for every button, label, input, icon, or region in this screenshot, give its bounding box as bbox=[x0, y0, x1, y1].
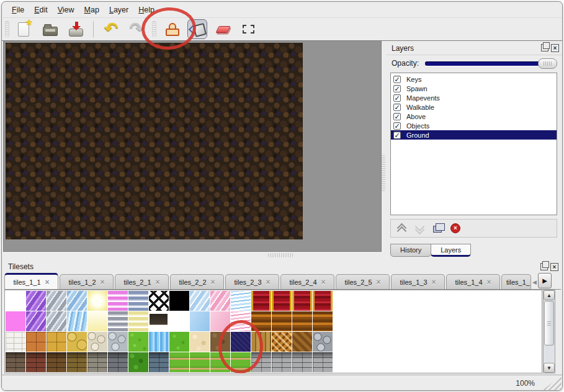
palette-tile-glass-gray[interactable] bbox=[47, 291, 66, 311]
close-tab-icon[interactable]: × bbox=[432, 278, 436, 287]
palette-tile-grass-flowers[interactable] bbox=[190, 352, 210, 372]
redo-button[interactable] bbox=[127, 19, 146, 39]
tileset-tab-tiles_2_5[interactable]: tiles_2_5× bbox=[336, 274, 390, 289]
layer-visibility-checkbox[interactable] bbox=[393, 131, 401, 139]
layer-visibility-checkbox[interactable] bbox=[393, 104, 401, 111]
palette-tile-ribbon-pink[interactable] bbox=[231, 311, 251, 331]
menu-layer[interactable]: Layer bbox=[104, 4, 133, 16]
palette-tile-tiles-gold[interactable] bbox=[47, 332, 66, 352]
tileset-tab-tiles_1_3[interactable]: tiles_1_3× bbox=[391, 274, 445, 289]
scroll-up-icon[interactable]: ▲ bbox=[544, 290, 555, 300]
palette-tile-water-blue[interactable] bbox=[149, 332, 169, 352]
select-tool-button[interactable] bbox=[238, 19, 258, 39]
close-panel-icon[interactable] bbox=[550, 263, 558, 271]
palette-tile-sand[interactable] bbox=[190, 332, 210, 352]
toolbar-grip[interactable] bbox=[152, 21, 156, 37]
palette-tile-stone-white[interactable] bbox=[6, 332, 25, 352]
open-map-button[interactable] bbox=[40, 19, 60, 39]
tileset-tab-tiles_2_2[interactable]: tiles_2_2× bbox=[170, 274, 224, 289]
palette-tile-brick-gray[interactable] bbox=[313, 352, 333, 372]
palette-tile-stripes-pink[interactable] bbox=[108, 291, 128, 311]
save-map-button[interactable] bbox=[66, 19, 86, 39]
close-tab-icon[interactable]: × bbox=[266, 278, 271, 287]
fill-tool-button[interactable] bbox=[187, 19, 207, 39]
palette-tile-blank[interactable] bbox=[6, 291, 25, 311]
palette-tile-glass-pink[interactable] bbox=[210, 291, 230, 311]
close-tab-icon[interactable]: × bbox=[487, 278, 491, 287]
palette-tile-lattice[interactable] bbox=[149, 291, 169, 311]
map-canvas[interactable] bbox=[6, 43, 303, 239]
palette-tile-curtain-red[interactable] bbox=[251, 291, 271, 311]
palette-tile-hedge[interactable] bbox=[128, 352, 148, 372]
palette-tile-stripes-orange[interactable] bbox=[251, 311, 271, 331]
tileset-tab-tiles_2_4[interactable]: tiles_2_4× bbox=[280, 274, 334, 289]
palette-tile-curtain-red[interactable] bbox=[313, 291, 333, 311]
palette-tile-curtain-red[interactable] bbox=[272, 291, 292, 311]
palette-tile-stripes-gray[interactable] bbox=[108, 311, 128, 331]
vertical-splitter-grip[interactable] bbox=[382, 155, 385, 191]
close-tab-icon[interactable]: × bbox=[377, 278, 381, 287]
palette-tile-wall-gold[interactable] bbox=[67, 352, 87, 372]
layer-row-walkable[interactable]: Walkable bbox=[391, 102, 557, 112]
layer-row-objects[interactable]: Objects bbox=[391, 121, 557, 130]
palette-tile-wall-red[interactable] bbox=[26, 352, 46, 372]
float-panel-icon[interactable] bbox=[540, 263, 548, 270]
palette-tile-grass-flowers[interactable] bbox=[231, 352, 251, 372]
palette-tile-pink[interactable] bbox=[6, 311, 25, 331]
palette-tile-stripes-orange[interactable] bbox=[313, 311, 333, 331]
palette-tile-curtain-red[interactable] bbox=[292, 291, 312, 311]
close-tab-icon[interactable]: × bbox=[211, 278, 215, 287]
palette-tile-glass-purple[interactable] bbox=[26, 291, 46, 311]
palette-tile-blank[interactable] bbox=[169, 311, 189, 331]
layer-row-ground[interactable]: Ground bbox=[391, 130, 557, 140]
map-viewport[interactable] bbox=[3, 40, 382, 252]
palette-tile-glow-yellow[interactable] bbox=[87, 291, 107, 311]
opacity-slider-track[interactable] bbox=[425, 61, 556, 66]
close-tab-icon[interactable]: × bbox=[101, 278, 105, 287]
tab-history[interactable]: History bbox=[390, 244, 431, 257]
float-panel-icon[interactable] bbox=[541, 44, 548, 51]
palette-tile-wall-brown2[interactable] bbox=[47, 352, 66, 372]
palette-tile-glass-blue[interactable] bbox=[67, 291, 87, 311]
palette-tile-wall-cobble[interactable] bbox=[87, 352, 107, 372]
palette-tile-stripes-orange[interactable] bbox=[272, 311, 292, 331]
opacity-slider[interactable] bbox=[425, 58, 557, 69]
layer-row-above[interactable]: Above bbox=[391, 112, 557, 121]
palette-tile-ribbon-blue[interactable] bbox=[231, 291, 251, 311]
scroll-left-icon[interactable]: ◀ bbox=[531, 277, 538, 287]
layer-visibility-checkbox[interactable] bbox=[393, 94, 401, 102]
palette-tile-water-ribbon[interactable] bbox=[67, 311, 87, 331]
layer-row-spawn[interactable]: Spawn bbox=[391, 84, 557, 93]
palette-scrollbar[interactable]: ▲ ▼ bbox=[543, 290, 555, 373]
duplicate-layer-button[interactable] bbox=[433, 226, 442, 233]
palette-tile-navy[interactable] bbox=[231, 332, 251, 352]
palette-tile-stripes-yellow[interactable] bbox=[128, 311, 148, 331]
menu-map[interactable]: Map bbox=[79, 4, 104, 16]
layer-visibility-checkbox[interactable] bbox=[393, 76, 401, 83]
toolbar-grip[interactable] bbox=[5, 21, 9, 37]
palette-tile-wall-gray[interactable] bbox=[108, 352, 128, 372]
scroll-right-icon[interactable]: ▶ bbox=[538, 273, 552, 288]
opacity-slider-handle[interactable] bbox=[538, 58, 557, 69]
menu-view[interactable]: View bbox=[53, 4, 79, 16]
layer-visibility-checkbox[interactable] bbox=[393, 113, 401, 120]
palette-tile-cobble-gray[interactable] bbox=[108, 332, 128, 352]
close-tab-icon[interactable]: × bbox=[321, 278, 326, 287]
palette-tile-grass2[interactable] bbox=[169, 332, 189, 352]
stamp-tool-button[interactable] bbox=[162, 19, 182, 39]
undo-button[interactable] bbox=[101, 19, 121, 39]
close-tab-icon[interactable]: × bbox=[156, 278, 160, 287]
palette-tile-blue-light[interactable] bbox=[190, 311, 210, 331]
palette-tile-basket-weave[interactable] bbox=[272, 332, 292, 352]
palette-tile-wood-planks[interactable] bbox=[251, 332, 271, 352]
tileset-tab-tiles_2_1[interactable]: tiles_2_1× bbox=[115, 274, 169, 289]
layer-visibility-checkbox[interactable] bbox=[393, 85, 401, 92]
palette-tile-dirt[interactable] bbox=[210, 332, 230, 352]
new-map-button[interactable] bbox=[15, 19, 35, 39]
palette-tile-pink-light[interactable] bbox=[210, 311, 230, 331]
palette-tile-brick-gray[interactable] bbox=[292, 352, 312, 372]
palette-tile-brick-gray[interactable] bbox=[272, 352, 292, 372]
palette-tile-herringbone[interactable] bbox=[292, 332, 312, 352]
palette-tile-tiles-orange[interactable] bbox=[26, 332, 46, 352]
window-resize-grip[interactable] bbox=[542, 376, 562, 391]
